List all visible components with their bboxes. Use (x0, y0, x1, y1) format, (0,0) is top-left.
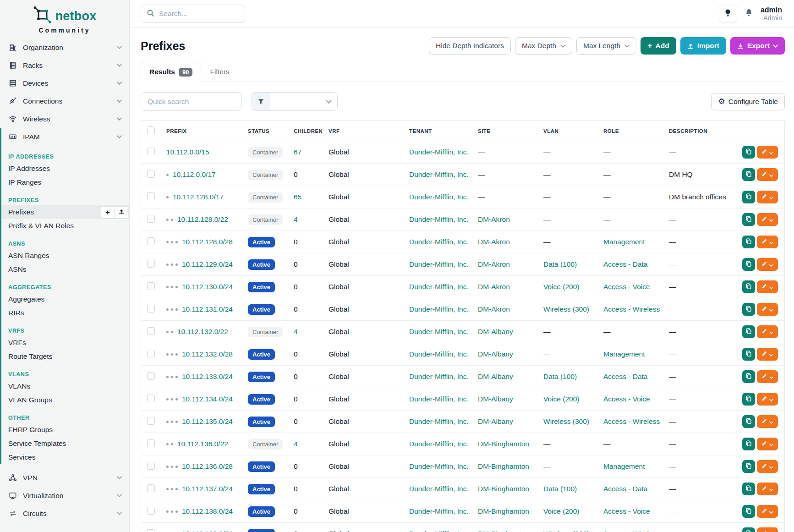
prefix-link[interactable]: 10.112.128.0/22 (177, 215, 228, 223)
row-checkbox[interactable] (147, 439, 155, 447)
row-checkbox[interactable] (147, 192, 155, 200)
vlan-link[interactable]: Data (100) (543, 373, 577, 380)
prefix-link[interactable]: 10.112.139.0/24 (182, 530, 233, 532)
tenant-link[interactable]: Dunder-Mifflin, Inc. (409, 350, 469, 358)
site-link[interactable]: DM-Binghamton (478, 485, 529, 493)
column-header-vlan[interactable]: VLAN (540, 121, 600, 141)
sidebar-item-vlan-groups[interactable]: VLAN Groups (1, 393, 129, 407)
role-link[interactable]: Access - Wireless (603, 417, 660, 425)
edit-dropdown-button[interactable] (757, 460, 778, 473)
row-checkbox[interactable] (147, 305, 155, 313)
column-header-tenant[interactable]: TENANT (405, 121, 474, 141)
vlan-link[interactable]: Voice (200) (543, 283, 579, 291)
sidebar-item-racks[interactable]: Racks (0, 56, 129, 74)
role-link[interactable]: Management (603, 350, 645, 358)
site-link[interactable]: DM-Binghamton (478, 440, 529, 448)
row-checkbox[interactable] (147, 170, 155, 178)
row-checkbox[interactable] (147, 462, 155, 470)
prefix-link[interactable]: 10.112.130.0/24 (182, 283, 233, 291)
sidebar-item-service-templates[interactable]: Service Templates (1, 437, 129, 450)
vlan-link[interactable]: Data (100) (543, 260, 577, 268)
children-count-link[interactable]: 65 (294, 193, 301, 201)
tab-filters[interactable]: Filters (201, 62, 238, 82)
site-link[interactable]: DM-Albany (478, 328, 513, 335)
tenant-link[interactable]: Dunder-Mifflin, Inc. (409, 238, 469, 246)
clone-button[interactable] (742, 460, 755, 473)
prefix-link[interactable]: 10.112.137.0/24 (182, 485, 233, 493)
clone-button[interactable] (742, 280, 755, 293)
tenant-link[interactable]: Dunder-Mifflin, Inc. (409, 193, 469, 201)
site-link[interactable]: DM-Akron (478, 215, 510, 223)
row-checkbox[interactable] (147, 507, 155, 515)
edit-dropdown-button[interactable] (757, 415, 778, 428)
configure-table-button[interactable]: ⚙ Configure Table (711, 93, 785, 110)
tenant-link[interactable]: Dunder-Mifflin, Inc. (409, 485, 469, 493)
row-checkbox[interactable] (147, 260, 155, 268)
column-header-role[interactable]: ROLE (600, 121, 665, 141)
vlan-link[interactable]: Voice (200) (543, 507, 579, 515)
edit-dropdown-button[interactable] (757, 325, 778, 338)
site-link[interactable]: DM-Albany (478, 373, 513, 380)
import-button[interactable]: Import (680, 37, 726, 55)
select-all-checkbox[interactable] (147, 126, 155, 134)
tenant-link[interactable]: Dunder-Mifflin, Inc. (409, 148, 469, 156)
prefix-link[interactable]: 10.112.135.0/24 (182, 417, 233, 425)
role-link[interactable]: Access - Voice (603, 395, 650, 403)
clone-button[interactable] (742, 438, 755, 450)
tenant-link[interactable]: Dunder-Mifflin, Inc. (409, 440, 469, 448)
edit-dropdown-button[interactable] (757, 258, 778, 271)
edit-dropdown-button[interactable] (757, 527, 778, 532)
row-checkbox[interactable] (147, 148, 155, 155)
tab-results[interactable]: Results 90 (141, 62, 201, 82)
clone-button[interactable] (742, 348, 755, 361)
tenant-link[interactable]: Dunder-Mifflin, Inc. (409, 417, 469, 425)
vlan-link[interactable]: Voice (200) (543, 395, 579, 403)
row-checkbox[interactable] (147, 529, 155, 532)
clone-button[interactable] (742, 146, 755, 159)
row-checkbox[interactable] (147, 237, 155, 245)
role-link[interactable]: Access - Voice (603, 507, 650, 515)
edit-dropdown-button[interactable] (757, 191, 778, 203)
site-link[interactable]: DM-Akron (478, 283, 510, 291)
sidebar-item-circuits[interactable]: Circuits (0, 505, 129, 522)
prefix-link[interactable]: 10.112.0.0/15 (166, 148, 209, 156)
sidebar-item-ip-ranges[interactable]: IP Ranges (1, 176, 129, 189)
prefix-link[interactable]: 10.112.138.0/24 (182, 507, 233, 515)
sidebar-item-aggregates[interactable]: Aggregates (1, 292, 129, 306)
notifications-button[interactable] (745, 8, 753, 19)
children-count-link[interactable]: 4 (294, 440, 298, 448)
search-input[interactable] (159, 10, 232, 18)
column-header-description[interactable]: DESCRIPTION (665, 121, 735, 141)
prefix-link[interactable]: 10.112.133.0/24 (182, 373, 233, 380)
tenant-link[interactable]: Dunder-Mifflin, Inc. (409, 260, 469, 268)
tenant-link[interactable]: Dunder-Mifflin, Inc. (409, 395, 469, 403)
tenant-link[interactable]: Dunder-Mifflin, Inc. (409, 283, 469, 291)
clone-button[interactable] (742, 325, 755, 338)
row-checkbox[interactable] (147, 417, 155, 425)
edit-dropdown-button[interactable] (757, 280, 778, 293)
row-checkbox[interactable] (147, 327, 155, 335)
tenant-link[interactable]: Dunder-Mifflin, Inc. (409, 305, 469, 313)
site-link[interactable]: DM-Binghamton (478, 462, 529, 470)
edit-dropdown-button[interactable] (757, 146, 778, 159)
clone-button[interactable] (742, 415, 755, 428)
sidebar-item-services[interactable]: Services (1, 450, 129, 464)
edit-dropdown-button[interactable] (757, 168, 778, 181)
sidebar-item-devices[interactable]: Devices (0, 74, 129, 92)
sidebar-item-ipam[interactable]: IPAM (1, 128, 129, 146)
clone-button[interactable] (742, 483, 755, 495)
site-link[interactable]: DM-Binghamton (478, 530, 529, 532)
clone-button[interactable] (742, 258, 755, 271)
clone-button[interactable] (742, 168, 755, 181)
clone-button[interactable] (742, 505, 755, 518)
clone-button[interactable] (742, 393, 755, 406)
prefix-link[interactable]: 10.112.132.0/22 (177, 328, 228, 335)
add-button[interactable]: + Add (641, 37, 676, 55)
prefix-link[interactable]: 10.112.0.0/17 (173, 170, 216, 178)
sidebar-item-connections[interactable]: Connections (0, 92, 129, 110)
role-link[interactable]: Access - Wireless (603, 305, 660, 313)
role-link[interactable]: Access - Data (603, 485, 647, 493)
edit-dropdown-button[interactable] (757, 505, 778, 518)
prefix-link[interactable]: 10.112.128.0/17 (173, 193, 224, 201)
theme-toggle-button[interactable] (719, 5, 737, 23)
